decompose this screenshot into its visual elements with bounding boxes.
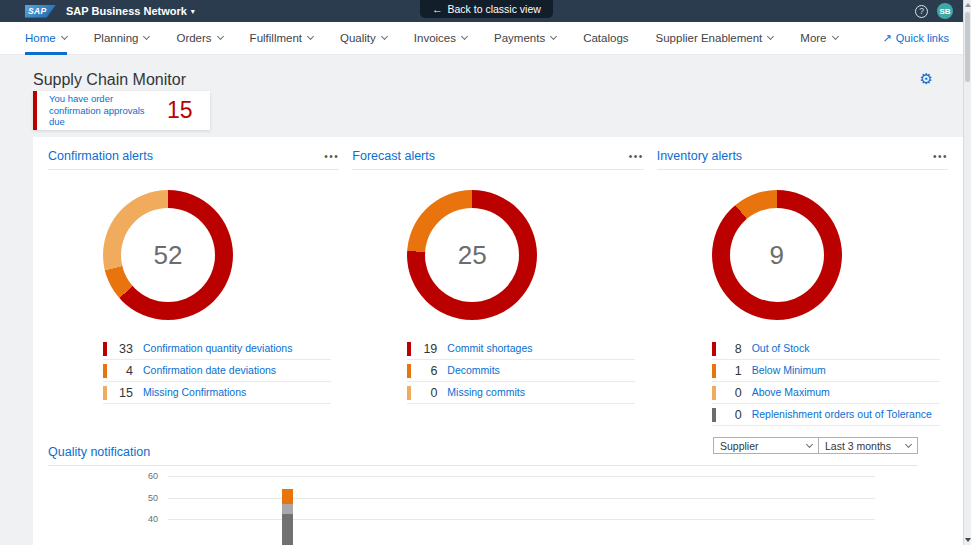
back-button-label: Back to classic view [448, 3, 541, 15]
nav-item-more[interactable]: More [800, 22, 837, 55]
legend-row[interactable]: 1Below Minimum [712, 360, 940, 382]
chevron-down-icon [905, 441, 912, 448]
quick-links-link[interactable]: ↗ Quick links [883, 32, 949, 45]
nav-item-quality[interactable]: Quality [340, 22, 387, 55]
nav-item-label: Orders [176, 32, 211, 44]
legend-value: 1 [716, 364, 742, 378]
legend-label-link[interactable]: Out of Stock [752, 342, 814, 355]
legend-row[interactable]: 33Confirmation quantity deviations [103, 338, 331, 360]
card-title-link[interactable]: Confirmation alerts [48, 149, 153, 163]
legend-label-link[interactable]: Confirmation date deviations [143, 364, 280, 377]
legend-value: 33 [107, 342, 133, 356]
legend-label-link[interactable]: Missing commits [447, 386, 529, 399]
overflow-menu-icon[interactable]: ••• [933, 151, 948, 162]
legend-label-link[interactable]: Replenishment orders out of Tolerance [752, 408, 936, 421]
vertical-scrollbar[interactable] [963, 0, 971, 545]
legend-row[interactable]: 0Missing commits [407, 382, 635, 404]
supplier-select[interactable]: Supplier [713, 437, 819, 454]
bar-segment [282, 489, 293, 504]
divider [657, 169, 948, 170]
chevron-down-icon [143, 33, 150, 40]
nav-item-planning[interactable]: Planning [94, 22, 150, 55]
bar-segment [282, 504, 293, 514]
brand-title[interactable]: SAP Business Network [66, 5, 187, 17]
scroll-down-icon[interactable] [965, 538, 971, 542]
legend-value: 0 [716, 386, 742, 400]
legend-label-link[interactable]: Below Minimum [752, 364, 830, 377]
y-axis-tick-label: 40 [48, 514, 158, 524]
nav-item-label: Fulfillment [250, 32, 302, 44]
chevron-down-icon [307, 33, 314, 40]
nav-item-payments[interactable]: Payments [494, 22, 556, 55]
legend-row[interactable]: 19Commit shortages [407, 338, 635, 360]
scroll-up-icon[interactable] [965, 3, 971, 7]
nav-item-catalogs[interactable]: Catalogs [583, 22, 628, 55]
alert-text: You have order confirmation approvals du… [49, 93, 159, 129]
legend-label-link[interactable]: Above Maximum [752, 386, 834, 399]
legend-row[interactable]: 6Decommits [407, 360, 635, 382]
shell-bar: SAP SAP Business Network ▾ ← Back to cla… [0, 0, 971, 22]
nav-item-label: Payments [494, 32, 545, 44]
brand-caret-icon[interactable]: ▾ [191, 7, 195, 16]
chevron-down-icon [381, 33, 388, 40]
stacked-bar[interactable] [282, 489, 293, 545]
chevron-down-icon [217, 33, 224, 40]
legend-value: 6 [411, 364, 437, 378]
settings-gear-icon[interactable]: ⚙ [920, 70, 933, 88]
legend-value: 4 [107, 364, 133, 378]
overflow-menu-icon[interactable]: ••• [629, 151, 644, 162]
y-axis-tick-label: 60 [48, 471, 158, 481]
donut-chart[interactable]: 9 [712, 190, 842, 320]
nav-item-label: Home [25, 32, 56, 44]
legend-value: 15 [107, 386, 133, 400]
back-arrow-icon: ← [432, 3, 443, 15]
nav-item-orders[interactable]: Orders [176, 22, 222, 55]
alert-cards-row: Confirmation alerts•••5233Confirmation q… [48, 145, 948, 426]
donut-chart[interactable]: 25 [407, 190, 537, 320]
external-arrow-icon: ↗ [883, 32, 892, 45]
back-to-classic-view-button[interactable]: ← Back to classic view [420, 0, 553, 18]
nav-items: HomePlanningOrdersFulfillmentQualityInvo… [25, 22, 838, 55]
legend-row[interactable]: 4Confirmation date deviations [103, 360, 331, 382]
legend-value: 0 [716, 408, 742, 422]
legend-label-link[interactable]: Decommits [447, 364, 504, 377]
card-title-link[interactable]: Inventory alerts [657, 149, 742, 163]
legend-row[interactable]: 8Out of Stock [712, 338, 940, 360]
chevron-down-icon [550, 33, 557, 40]
help-icon[interactable]: ? [915, 5, 928, 18]
nav-item-label: Supplier Enablement [656, 32, 763, 44]
quick-links-label: Quick links [896, 32, 949, 44]
y-axis-tick-label: 50 [48, 493, 158, 503]
scrollbar-thumb[interactable] [965, 12, 970, 82]
legend: 8Out of Stock1Below Minimum0Above Maximu… [712, 338, 940, 426]
legend-label-link[interactable]: Confirmation quantity deviations [143, 342, 296, 355]
grid-line [168, 519, 875, 520]
avatar[interactable]: SB [937, 3, 953, 19]
divider [48, 169, 339, 170]
period-select[interactable]: Last 3 months [818, 437, 918, 454]
nav-item-invoices[interactable]: Invoices [414, 22, 467, 55]
legend-label-link[interactable]: Missing Confirmations [143, 386, 250, 399]
main-panel: Confirmation alerts•••5233Confirmation q… [33, 137, 963, 545]
legend-label-link[interactable]: Commit shortages [447, 342, 536, 355]
nav-item-fulfillment[interactable]: Fulfillment [250, 22, 313, 55]
nav-item-label: More [800, 32, 826, 44]
card-title-link[interactable]: Forecast alerts [352, 149, 435, 163]
legend-value: 0 [411, 386, 437, 400]
quality-bar-chart: 605040 [48, 468, 918, 545]
sap-logo[interactable]: SAP [25, 5, 56, 18]
donut-total-value: 9 [730, 208, 824, 302]
legend-row[interactable]: 0Replenishment orders out of Tolerance [712, 404, 940, 426]
alert-card-forecast-alerts: Forecast alerts•••2519Commit shortages6D… [352, 145, 643, 426]
order-confirmation-alert-card[interactable]: You have order confirmation approvals du… [33, 91, 210, 130]
donut-chart[interactable]: 52 [103, 190, 233, 320]
overflow-menu-icon[interactable]: ••• [324, 151, 339, 162]
nav-item-home[interactable]: Home [25, 22, 67, 55]
nav-item-label: Catalogs [583, 32, 628, 44]
quality-notification-title[interactable]: Quality notification [48, 445, 150, 459]
legend-row[interactable]: 15Missing Confirmations [103, 382, 331, 404]
nav-item-supplier-enablement[interactable]: Supplier Enablement [656, 22, 774, 55]
grid-line [168, 498, 875, 499]
legend-row[interactable]: 0Above Maximum [712, 382, 940, 404]
supplier-select-value: Supplier [720, 440, 759, 452]
